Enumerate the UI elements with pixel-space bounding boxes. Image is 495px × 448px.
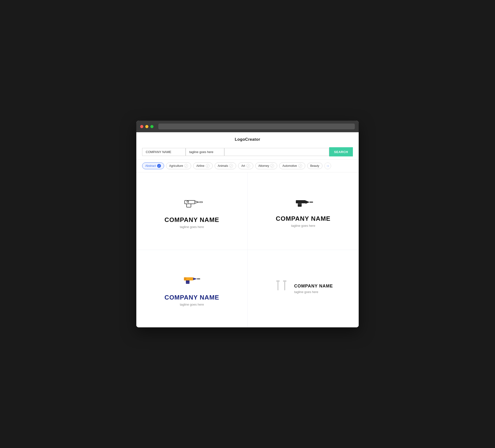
logo2-company-name: COMPANY NAME <box>276 215 330 223</box>
category-label-beauty: Beauty <box>310 164 319 168</box>
logo3-company-name: COMPANY NAME <box>165 294 219 301</box>
category-chip-agriculture[interactable]: Agriculture ✓ <box>166 162 191 169</box>
browser-titlebar <box>136 121 359 132</box>
checkmark-icon-art: ✓ <box>246 164 250 168</box>
svg-rect-16 <box>186 280 190 281</box>
logo-card-3[interactable]: COMPANY NAME tagline goes here <box>136 250 248 327</box>
checkmark-icon-attorney: ✓ <box>270 164 274 168</box>
logo1-company-name: COMPANY NAME <box>165 216 219 224</box>
search-button[interactable]: SEARCH <box>329 147 353 156</box>
close-button[interactable] <box>140 125 143 128</box>
drill-color-icon <box>181 271 203 289</box>
logo-card-1[interactable]: COMPANY NAME tagline goes here <box>136 172 248 250</box>
categories-next-button[interactable]: → <box>324 162 331 169</box>
checkmark-icon-automotive: ✓ <box>298 164 302 168</box>
logo-card-2[interactable]: COMPANY NAME tagline goes here <box>248 172 359 250</box>
category-label-agriculture: Agriculture <box>169 164 183 168</box>
logo1-tagline: tagline goes here <box>180 225 204 229</box>
screws-icon <box>273 278 290 295</box>
address-bar <box>158 124 355 129</box>
category-chip-attorney[interactable]: Attorney ✓ <box>255 162 277 169</box>
app-title: LogoCreator <box>136 132 359 144</box>
category-chip-beauty[interactable]: Beauty <box>307 163 322 169</box>
svg-rect-20 <box>283 280 286 282</box>
category-label-attorney: Attorney <box>258 164 269 168</box>
svg-rect-11 <box>298 203 302 205</box>
drill-outline-icon <box>180 194 204 212</box>
category-chip-animals[interactable]: Animals ✓ <box>215 162 236 169</box>
drill-filled-icon <box>292 195 314 210</box>
svg-marker-13 <box>193 278 197 280</box>
svg-rect-9 <box>310 202 313 203</box>
svg-rect-2 <box>200 202 203 203</box>
keywords-input[interactable] <box>224 148 329 156</box>
category-label-airline: Airline <box>196 164 204 168</box>
category-label-art: Art <box>241 164 245 168</box>
svg-marker-1 <box>195 201 199 203</box>
category-chip-airline[interactable]: Airline ✓ <box>193 162 212 169</box>
minimize-button[interactable] <box>145 125 148 128</box>
checkmark-icon-agriculture: ✓ <box>184 164 188 168</box>
browser-content: LogoCreator SEARCH Abstract ✓ Agricultur… <box>136 132 359 327</box>
svg-rect-18 <box>276 280 280 282</box>
category-chip-automotive[interactable]: Automotive ✓ <box>279 162 305 169</box>
svg-rect-17 <box>184 277 186 280</box>
svg-rect-0 <box>185 200 195 204</box>
category-label-abstract: Abstract <box>145 164 156 168</box>
categories-bar: Abstract ✓ Agriculture ✓ Airline ✓ Anima… <box>136 160 359 172</box>
checkmark-icon-animals: ✓ <box>229 164 233 168</box>
tagline-input[interactable] <box>186 148 224 156</box>
search-bar: SEARCH <box>136 144 359 160</box>
logo2-tagline: tagline goes here <box>291 224 315 227</box>
svg-rect-7 <box>296 200 305 203</box>
category-chip-abstract[interactable]: Abstract ✓ <box>142 162 164 169</box>
maximize-button[interactable] <box>150 125 153 128</box>
svg-marker-8 <box>305 200 310 204</box>
browser-window: LogoCreator SEARCH Abstract ✓ Agricultur… <box>136 121 359 327</box>
logo4-text-area: COMPANY NAME tagline goes here <box>294 284 333 294</box>
svg-rect-19 <box>277 282 278 290</box>
logo4-company-name: COMPANY NAME <box>294 284 333 289</box>
svg-rect-3 <box>187 204 191 207</box>
checkmark-icon-abstract: ✓ <box>157 164 161 168</box>
svg-rect-21 <box>284 282 285 290</box>
category-chip-art[interactable]: Art ✓ <box>238 162 253 169</box>
logo4-tagline: tagline goes here <box>294 290 333 294</box>
company-name-input[interactable] <box>142 148 186 156</box>
logo-card-4[interactable]: COMPANY NAME tagline goes here <box>248 250 359 327</box>
logo-grid: COMPANY NAME tagline goes here <box>136 172 359 327</box>
checkmark-icon-airline: ✓ <box>206 164 209 168</box>
svg-rect-14 <box>197 278 200 279</box>
svg-point-5 <box>187 201 188 202</box>
category-label-animals: Animals <box>218 164 228 168</box>
logo4-row: COMPANY NAME tagline goes here <box>273 278 333 299</box>
category-label-automotive: Automotive <box>282 164 297 168</box>
logo3-tagline: tagline goes here <box>180 303 204 306</box>
